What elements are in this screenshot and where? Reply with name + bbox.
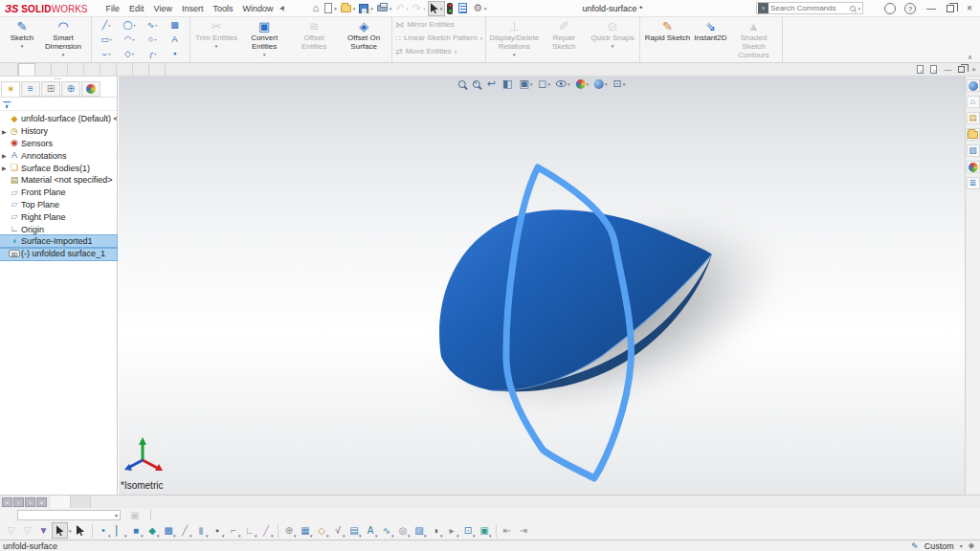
menu-item[interactable]: Insert (177, 2, 209, 15)
home-icon[interactable]: ⌂ (310, 1, 323, 16)
filter-weld-icon[interactable]: ▸ (444, 522, 460, 539)
tree-item-right-plane[interactable]: ▱ Right Plane (0, 210, 117, 223)
lasso-select-icon[interactable] (73, 522, 89, 539)
move-entities-button[interactable]: ⇄ Move Entities ▾ (395, 45, 482, 57)
offset-entities-button[interactable]: ≋ Offset Entities (289, 18, 339, 53)
command-tab[interactable] (133, 63, 149, 76)
filter-centerline-icon[interactable]: ╱ (258, 522, 275, 539)
zoom-to-area-icon[interactable] (471, 79, 483, 89)
filter-all-icon[interactable]: ▼ (35, 522, 52, 539)
offset-on-surface-button[interactable]: ◈ Offset On Surface (339, 18, 389, 53)
command-tab[interactable] (18, 63, 35, 76)
minimize-button[interactable]: — (924, 3, 938, 13)
hide-show-items-icon[interactable]: ▾ (554, 79, 572, 88)
study-tab[interactable] (71, 496, 91, 508)
text-icon[interactable]: A (164, 33, 187, 47)
tags-icon[interactable]: ⬥ (969, 540, 974, 551)
display-delete-relations-button[interactable]: ⊥ Display/Delete Relations ▾ (489, 18, 539, 58)
new-document-icon[interactable]: ▾ (323, 1, 339, 16)
smart-dimension-button[interactable]: ◠ Smart Dimension ▾ (38, 18, 88, 58)
view-orientation-icon[interactable]: ▣▾ (517, 77, 534, 90)
undo-icon[interactable]: ↶▾ (393, 1, 411, 16)
appearances-scenes-icon[interactable] (967, 161, 980, 173)
mirror-entities-button[interactable]: ⋈ Mirror Entities (395, 18, 482, 31)
configuration-combo[interactable]: ▾ (17, 510, 121, 520)
filter-tables-icon[interactable]: ▦ (298, 522, 314, 539)
configurationmanager-tab-icon[interactable]: ⊞ (41, 81, 60, 97)
filter-faces-icon[interactable]: ■ (128, 522, 145, 539)
filter-dimension-names-icon[interactable]: ▤ (346, 522, 363, 539)
filter-clear-icon[interactable]: ▽ (19, 522, 35, 539)
open-document-icon[interactable]: ▾ (339, 1, 358, 16)
search-input[interactable] (770, 4, 850, 12)
close-button[interactable]: × (963, 3, 976, 13)
repair-sketch-button[interactable]: ✐ Repair Sketch (539, 18, 589, 53)
filter-connection-icon[interactable]: ⊡ (460, 522, 477, 539)
spline-icon[interactable]: ∿▾ (141, 18, 164, 33)
ribbon-collapse-icon[interactable]: ∧ (968, 54, 972, 61)
doc-window-icon[interactable] (917, 65, 924, 74)
display-state-caret-icon[interactable]: ▾ (960, 542, 963, 549)
tree-item-part[interactable]: ◆ unfold-surface (Default) <<Defa (0, 113, 117, 125)
tree-item-surface-bodies[interactable]: ▶ ❏ Surface Bodies(1) (0, 162, 117, 174)
menu-item[interactable]: Tools (208, 2, 237, 15)
solidworks-resources-icon[interactable]: ⌂ (967, 96, 980, 108)
search-caret-icon[interactable]: ▾ (858, 6, 860, 11)
tab-nav-button[interactable]: › (25, 497, 35, 507)
quick-snaps-button[interactable]: ⊙ Quick Snaps ▾ (589, 18, 635, 50)
linear-sketch-pattern-button[interactable]: ∷ Linear Sketch Pattern ▾ (395, 32, 482, 44)
filter-sketch-segments-icon[interactable]: ⌐ (226, 522, 242, 539)
filter-edges-icon[interactable]: ▏ (112, 522, 128, 539)
tree-item-top-plane[interactable]: ▱ Top Plane (0, 199, 117, 211)
restore-button[interactable] (947, 5, 954, 12)
graphics-viewport[interactable]: ↩ ◧ ▣▾ ◻▾ ▾ ▾ ▾ ⊡▾ *Isometric (119, 77, 965, 495)
command-tab[interactable] (84, 63, 100, 76)
previous-view-icon[interactable]: ↩ (485, 77, 499, 90)
doc-close-icon[interactable]: × (971, 65, 976, 74)
displaymanager-tab-icon[interactable] (81, 81, 100, 97)
tree-item-surface-imported[interactable]: ◖ Surface-Imported1 (0, 235, 117, 248)
convert-entities-button[interactable]: ▣ Convert Entities ▾ (239, 18, 289, 58)
doc-window-icon-2[interactable] (930, 65, 937, 74)
circle-icon[interactable]: ◯▾ (118, 18, 141, 33)
arc-icon[interactable]: ◠▾ (118, 33, 141, 47)
slot-icon[interactable]: ⌣▾ (95, 47, 118, 61)
sketch-button[interactable]: ✎ Sketch ▾ (6, 18, 38, 50)
tree-item-unfolded-sketch[interactable]: 3D (-) unfolded surface_1 (0, 248, 117, 260)
filter-midpoints-icon[interactable]: ∟ (242, 522, 258, 539)
pin-menu-icon[interactable] (279, 4, 289, 13)
command-tab[interactable] (35, 63, 52, 76)
doc-minimize-icon[interactable]: — (944, 65, 951, 74)
design-library-icon[interactable]: ▤ (967, 112, 980, 124)
filter-next-icon[interactable]: ⇥ (516, 522, 532, 539)
file-properties-icon[interactable] (457, 1, 471, 16)
line-icon[interactable]: ╱▾ (95, 18, 118, 33)
filter-surface-bodies-icon[interactable]: ◆ (145, 522, 161, 539)
zoom-to-fit-icon[interactable] (457, 79, 469, 89)
doc-restore-icon[interactable] (958, 66, 965, 73)
custom-properties-icon[interactable]: ≣ (967, 177, 980, 189)
display-state-label[interactable]: Custom (924, 541, 954, 551)
fillet-icon[interactable]: ╭▾ (141, 47, 164, 61)
select-cursor-icon[interactable]: ▾ (428, 1, 446, 16)
file-explorer-icon[interactable] (967, 128, 980, 141)
filter-axes-icon[interactable]: ╱ (177, 522, 193, 539)
polygon-icon[interactable]: ◇▾ (118, 47, 141, 61)
options-gear-icon[interactable]: ⚙▾ (471, 1, 488, 16)
apply-scene-icon[interactable]: ▾ (592, 78, 610, 90)
ellipse-icon[interactable]: ○▾ (141, 33, 164, 47)
tree-item-origin[interactable]: ∟ Origin (0, 223, 117, 235)
command-tab[interactable] (100, 63, 117, 76)
tree-item-annotations[interactable]: ▶ A Annotations (0, 149, 117, 162)
save-icon[interactable]: ▾ (357, 1, 375, 16)
tab-nav-button[interactable]: « (2, 497, 12, 507)
menu-item[interactable]: View (149, 2, 177, 15)
sketch-pattern-icon[interactable]: ▩ (164, 18, 187, 33)
filter-sketch-points-icon[interactable]: ▪ (210, 522, 226, 539)
search-box[interactable]: › ▾ (756, 2, 863, 14)
rectangle-icon[interactable]: ▭▾ (95, 33, 118, 47)
command-tab[interactable] (52, 63, 68, 76)
filter-notes-icon[interactable]: A (363, 522, 379, 539)
instant2d-button[interactable]: ⇘ Instant2D (692, 18, 728, 44)
login-icon[interactable] (884, 3, 896, 14)
